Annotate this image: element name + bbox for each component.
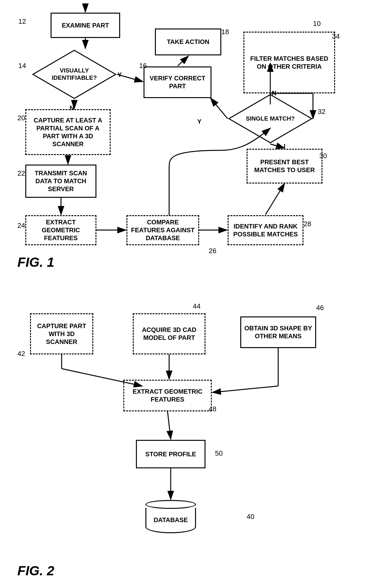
take-action-box: TAKE ACTION: [155, 28, 221, 55]
compare-features-box: COMPARE FEATURES AGAINST DATABASE: [126, 215, 199, 245]
identify-rank-box: IDENTIFY AND RANK POSSIBLE MATCHES: [228, 215, 303, 245]
ref-46: 46: [316, 304, 324, 312]
ref-26: 26: [209, 247, 216, 255]
ref-24: 24: [17, 222, 25, 230]
visually-identifiable-diamond: VISUALLY IDENTIFIABLE?: [32, 49, 117, 100]
transmit-scan-box: TRANSMIT SCAN DATA TO MATCH SERVER: [25, 165, 96, 198]
svg-line-25: [212, 386, 278, 392]
capture-scan-box: CAPTURE AT LEAST A PARTIAL SCAN OF A PAR…: [25, 109, 111, 155]
svg-line-14: [270, 144, 285, 148]
store-profile-box: STORE PROFILE: [136, 440, 205, 468]
ref-16: 16: [139, 62, 147, 70]
ref-18: 18: [221, 28, 229, 36]
ref-42: 42: [17, 350, 25, 358]
yn-single-y: Y: [197, 118, 201, 125]
yn-visually-y: Y: [118, 71, 122, 78]
verify-correct-part-box: VERIFY CORRECT PART: [144, 66, 211, 98]
ref-30: 30: [319, 152, 327, 160]
svg-line-19: [266, 184, 285, 215]
ref-14: 14: [18, 62, 26, 70]
obtain-3d-box: OBTAIN 3D SHAPE BY OTHER MEANS: [240, 316, 316, 348]
cylinder-top: [145, 500, 196, 509]
ref-34: 34: [332, 32, 340, 41]
ref-50: 50: [215, 449, 223, 458]
ref-48: 48: [209, 405, 216, 413]
extract-geo-box: EXTRACT GEOMETRIC FEATURES: [123, 380, 212, 411]
ref-40: 40: [247, 513, 254, 521]
ref-20: 20: [17, 114, 25, 122]
fig2-label: FIG. 2: [17, 563, 54, 578]
cylinder-body: DATABASE: [145, 508, 196, 533]
capture-part-box: CAPTURE PART WITH 3D SCANNER: [30, 313, 93, 354]
ref-10: 10: [313, 20, 321, 28]
fig1-label: FIG. 1: [17, 255, 54, 270]
ref-32: 32: [318, 108, 325, 116]
ref-12: 12: [18, 17, 26, 26]
single-match-diamond: SINGLE MATCH?: [228, 93, 313, 144]
diagram-container: EXAMINE PART TAKE ACTION VISUALLY IDENTI…: [0, 0, 392, 587]
present-best-box: PRESENT BEST MATCHES TO USER: [247, 149, 322, 184]
svg-line-26: [168, 411, 171, 439]
svg-line-8: [178, 56, 188, 66]
svg-marker-0: [33, 50, 116, 98]
svg-marker-1: [229, 95, 312, 143]
yn-visually-n: N: [70, 104, 74, 112]
examine-part-box: EXAMINE PART: [51, 13, 120, 38]
ref-28: 28: [303, 220, 311, 228]
ref-22: 22: [17, 169, 25, 178]
ref-44: 44: [193, 302, 200, 310]
filter-matches-box: FILTER MATCHES BASED ON OTHER CRITERIA: [243, 32, 335, 93]
acquire-cad-box: ACQUIRE 3D CAD MODEL OF PART: [133, 313, 205, 354]
yn-single-n: N: [272, 90, 276, 97]
extract-geometric-box: EXTRACT GEOMETRIC FEATURES: [25, 215, 96, 245]
svg-line-12: [211, 98, 228, 119]
database-cylinder: DATABASE: [145, 500, 196, 533]
